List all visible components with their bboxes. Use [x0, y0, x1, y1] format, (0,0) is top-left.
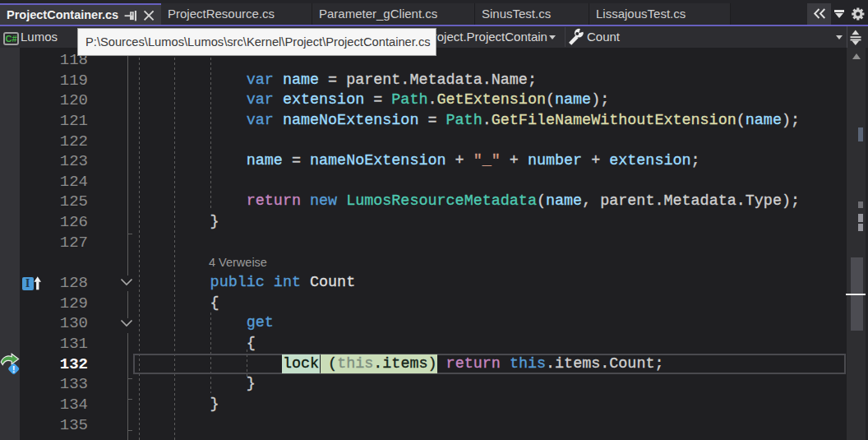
svg-text:!: !: [12, 364, 16, 374]
